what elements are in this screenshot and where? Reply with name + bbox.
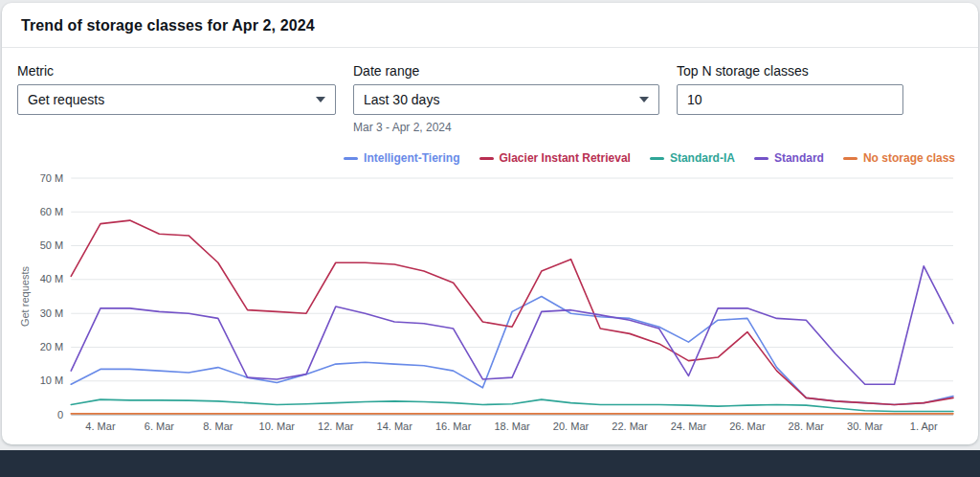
series-line-standard-ia bbox=[71, 399, 953, 411]
svg-text:40 M: 40 M bbox=[40, 273, 64, 284]
svg-text:20. Mar: 20. Mar bbox=[553, 420, 590, 432]
legend-line-marker bbox=[754, 157, 768, 160]
chart-section: Intelligent-TieringGlacier Instant Retri… bbox=[2, 134, 978, 442]
caret-down-icon bbox=[316, 97, 325, 102]
svg-text:22. Mar: 22. Mar bbox=[612, 420, 648, 432]
caret-down-icon bbox=[639, 97, 649, 102]
svg-text:6. Mar: 6. Mar bbox=[145, 420, 175, 432]
legend-label: No storage class bbox=[863, 151, 955, 165]
legend-label: Standard-IA bbox=[670, 151, 735, 165]
svg-text:60 M: 60 M bbox=[40, 206, 64, 217]
date-range-helper-text: Mar 3 - Apr 2, 2024 bbox=[353, 121, 659, 134]
svg-text:0: 0 bbox=[57, 409, 63, 420]
legend-line-marker bbox=[344, 157, 358, 160]
legend-line-marker bbox=[843, 157, 858, 160]
top-n-input[interactable] bbox=[677, 84, 903, 115]
svg-text:Get requests: Get requests bbox=[19, 265, 31, 327]
series-line-intelligent-tiering bbox=[71, 297, 953, 405]
legend-item-intelligent-tiering[interactable]: Intelligent-Tiering bbox=[344, 151, 459, 165]
svg-text:30 M: 30 M bbox=[40, 307, 64, 319]
page-background: Trend of storage classes for Apr 2, 2024… bbox=[0, 0, 980, 450]
controls-row: Metric Get requests Date range Last 30 d… bbox=[2, 48, 978, 134]
legend-label: Intelligent-Tiering bbox=[364, 151, 459, 165]
svg-text:12. Mar: 12. Mar bbox=[318, 420, 354, 432]
svg-text:8. Mar: 8. Mar bbox=[203, 420, 234, 432]
legend-item-no-storage-class[interactable]: No storage class bbox=[843, 151, 955, 165]
legend-item-standard[interactable]: Standard bbox=[754, 151, 824, 165]
svg-text:18. Mar: 18. Mar bbox=[494, 420, 530, 432]
svg-text:16. Mar: 16. Mar bbox=[435, 420, 472, 432]
legend-label: Standard bbox=[774, 151, 824, 165]
svg-text:26. Mar: 26. Mar bbox=[729, 420, 766, 432]
date-range-field: Date range Last 30 days Mar 3 - Apr 2, 2… bbox=[353, 63, 659, 134]
svg-text:70 M: 70 M bbox=[40, 174, 64, 184]
legend-label: Glacier Instant Retrieval bbox=[500, 151, 631, 165]
svg-text:10. Mar: 10. Mar bbox=[259, 420, 296, 432]
svg-text:10 M: 10 M bbox=[40, 375, 64, 386]
metric-selected-value: Get requests bbox=[28, 92, 104, 107]
top-n-label: Top N storage classes bbox=[677, 63, 903, 79]
page-title: Trend of storage classes for Apr 2, 2024 bbox=[21, 17, 959, 34]
legend-line-marker bbox=[650, 157, 664, 160]
svg-text:20 M: 20 M bbox=[40, 341, 64, 352]
svg-text:28. Mar: 28. Mar bbox=[789, 420, 825, 432]
legend-item-standard-ia[interactable]: Standard-IA bbox=[650, 151, 735, 165]
date-range-select[interactable]: Last 30 days bbox=[353, 84, 659, 115]
svg-text:50 M: 50 M bbox=[40, 239, 64, 251]
card-header: Trend of storage classes for Apr 2, 2024 bbox=[2, 3, 978, 48]
date-range-label: Date range bbox=[353, 63, 659, 79]
svg-text:24. Mar: 24. Mar bbox=[671, 420, 707, 432]
svg-text:30. Mar: 30. Mar bbox=[847, 420, 883, 432]
console-footer-bar bbox=[0, 450, 980, 477]
date-range-selected-value: Last 30 days bbox=[364, 92, 439, 107]
legend-line-marker bbox=[479, 157, 494, 160]
chart-legend: Intelligent-TieringGlacier Instant Retri… bbox=[17, 151, 955, 165]
svg-text:4. Mar: 4. Mar bbox=[85, 420, 116, 432]
metric-field: Metric Get requests bbox=[17, 63, 336, 134]
svg-text:14. Mar: 14. Mar bbox=[376, 420, 412, 432]
storage-trend-line-chart[interactable]: 010 M20 M30 M40 M50 M60 M70 M4. Mar6. Ma… bbox=[17, 174, 963, 438]
top-n-field: Top N storage classes bbox=[677, 63, 903, 134]
metric-select[interactable]: Get requests bbox=[17, 84, 336, 115]
metric-label: Metric bbox=[17, 63, 336, 79]
trend-card: Trend of storage classes for Apr 2, 2024… bbox=[2, 3, 978, 444]
svg-text:1. Apr: 1. Apr bbox=[910, 420, 938, 432]
legend-item-glacier-instant-retrieval[interactable]: Glacier Instant Retrieval bbox=[479, 151, 631, 165]
